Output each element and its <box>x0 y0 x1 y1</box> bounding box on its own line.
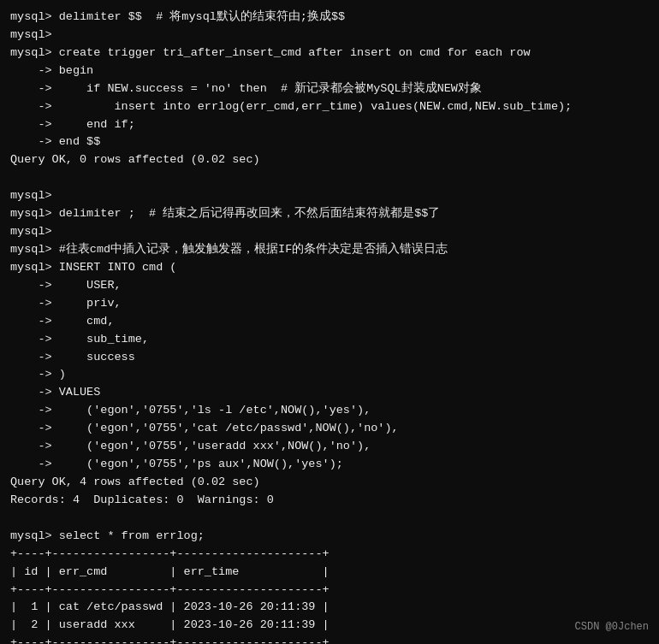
terminal-line: -> success <box>10 351 135 363</box>
terminal-line: -> end if; <box>10 118 135 131</box>
terminal-line: | id | err_cmd | err_time | <box>10 565 330 578</box>
terminal-line: Records: 4 Duplicates: 0 Warnings: 0 <box>10 493 274 506</box>
terminal-line: mysql> delimiter $$ # 将mysql默认的结束符由;换成$$ <box>10 10 345 23</box>
terminal-line: mysql> <box>10 225 52 238</box>
terminal-line: | 2 | useradd xxx | 2023-10-26 20:11:39 … <box>10 618 330 631</box>
terminal-line: -> ) <box>10 368 66 381</box>
terminal-line: -> if NEW.success = 'no' then # 新记录都会被My… <box>10 82 482 95</box>
terminal-line: +----+-----------------+----------------… <box>10 547 330 560</box>
terminal-line: mysql> create trigger tri_after_insert_c… <box>10 46 531 59</box>
watermark: CSDN @0Jchen <box>575 619 649 635</box>
terminal-line: mysql> INSERT INTO cmd ( <box>10 261 176 274</box>
terminal-output: mysql> delimiter $$ # 将mysql默认的结束符由;换成$$… <box>10 9 649 644</box>
terminal-line: -> VALUES <box>10 386 100 399</box>
terminal-line: -> insert into errlog(err_cmd,err_time) … <box>10 100 572 113</box>
terminal-line: -> ('egon','0755','ls -l /etc',NOW(),'ye… <box>10 404 371 417</box>
terminal-line: mysql> <box>10 189 52 202</box>
terminal-line: -> cmd, <box>10 315 115 328</box>
terminal-line: Query OK, 0 rows affected (0.02 sec) <box>10 153 260 166</box>
terminal-line: -> sub_time, <box>10 333 149 346</box>
terminal-line: mysql> <box>10 28 52 41</box>
terminal-line: -> begin <box>10 64 93 77</box>
terminal-line: -> ('egon','0755','ps aux',NOW(),'yes'); <box>10 458 343 470</box>
terminal-line: -> priv, <box>10 297 122 310</box>
terminal-line: Query OK, 4 rows affected (0.02 sec) <box>10 476 260 488</box>
terminal-line: -> USER, <box>10 279 122 292</box>
terminal-line: mysql> select * from errlog; <box>10 529 205 542</box>
terminal-line: +----+-----------------+----------------… <box>10 583 330 596</box>
terminal-line: -> end $$ <box>10 135 100 148</box>
terminal-line: +----+-----------------+----------------… <box>10 636 330 644</box>
terminal-line: | 1 | cat /etc/passwd | 2023-10-26 20:11… <box>10 600 330 613</box>
terminal-line: mysql> #往表cmd中插入记录，触发触发器，根据IF的条件决定是否插入错误… <box>10 243 448 256</box>
terminal-line: mysql> delimiter ; # 结束之后记得再改回来，不然后面结束符就… <box>10 207 440 220</box>
terminal-line: -> ('egon','0755','useradd xxx',NOW(),'n… <box>10 440 371 452</box>
terminal-line: -> ('egon','0755','cat /etc/passwd',NOW(… <box>10 422 399 434</box>
